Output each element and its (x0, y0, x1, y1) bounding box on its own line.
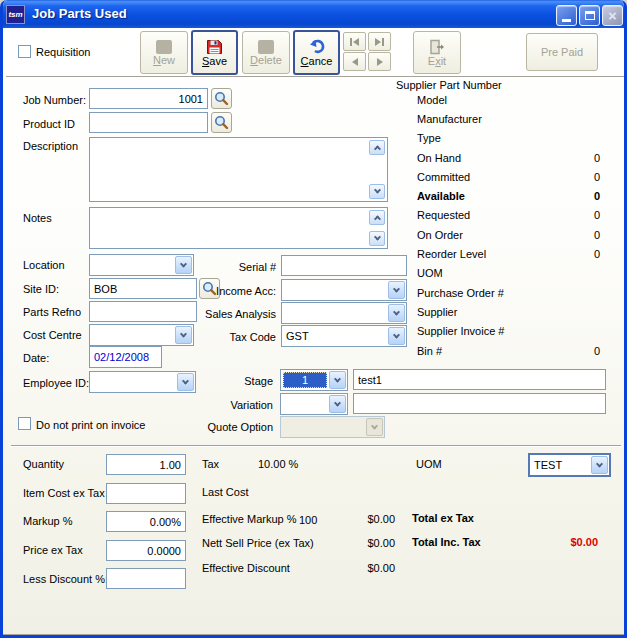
effective-markup-amount: $0.00 (351, 513, 395, 525)
toolbar-separator (6, 76, 624, 78)
serial-input[interactable] (281, 255, 407, 276)
prepaid-button-label: Pre Paid (541, 47, 583, 58)
close-button[interactable]: × (602, 5, 623, 26)
tax-code-combo[interactable]: GST (281, 325, 407, 347)
stage-combo-arrow[interactable] (329, 371, 346, 389)
markup-input[interactable] (106, 511, 186, 532)
uom-combo-arrow[interactable] (591, 456, 608, 474)
product-id-search-button[interactable] (211, 112, 232, 133)
info-row-uom: UOM (417, 264, 600, 283)
nav-previous-button[interactable] (343, 52, 366, 71)
chevron-down-icon (373, 187, 380, 194)
maximize-button[interactable] (579, 5, 600, 26)
save-button[interactable]: Save (191, 30, 238, 75)
last-cost-label: Last Cost (202, 486, 248, 498)
tax-code-combo-arrow[interactable] (388, 327, 405, 345)
variation-label: Variation (193, 399, 273, 411)
less-discount-input[interactable] (106, 568, 186, 589)
info-row-available: Available0 (417, 186, 600, 205)
date-input[interactable] (89, 346, 162, 368)
minimize-button[interactable] (556, 5, 577, 26)
info-row-requested: Requested0 (417, 206, 600, 225)
site-id-input[interactable] (89, 278, 197, 299)
employee-id-combo-arrow[interactable] (177, 373, 194, 391)
do-not-print-checkbox[interactable] (18, 417, 31, 430)
chevron-down-icon (371, 422, 378, 429)
nett-sell-label: Nett Sell Price (ex Tax) (202, 537, 314, 549)
window-title: Job Parts Used (32, 6, 127, 21)
job-parts-used-window: tsm Job Parts Used × Requisition New Sav… (0, 0, 627, 638)
info-row-model: Model (417, 90, 600, 109)
chevron-up-icon (373, 215, 380, 222)
income-acc-combo[interactable] (281, 279, 407, 301)
notes-scroll-up-button[interactable] (369, 210, 385, 225)
serial-label: Serial # (183, 261, 276, 273)
exit-door-icon (428, 39, 446, 55)
parts-refno-input[interactable] (89, 301, 197, 322)
income-acc-label: Income Acc: (183, 285, 276, 297)
info-row-supplier: Supplier (417, 302, 600, 321)
minimize-icon (562, 19, 571, 22)
save-icon (206, 39, 223, 55)
search-icon (214, 91, 229, 106)
parts-refno-label: Parts Refno (23, 306, 81, 318)
variation-combo[interactable] (280, 393, 348, 415)
requisition-label: Requisition (36, 46, 90, 58)
nav-next-button[interactable] (368, 52, 391, 71)
cost-centre-combo[interactable] (89, 324, 194, 346)
variation-combo-arrow[interactable] (329, 395, 346, 413)
stage-combo[interactable]: 1 (280, 369, 348, 391)
nav-last-icon (375, 38, 381, 46)
info-row-manufacturer: Manufacturer (417, 109, 600, 128)
close-icon: × (608, 8, 617, 23)
cancel-button[interactable]: Cance (293, 30, 340, 75)
notes-textarea[interactable] (90, 208, 387, 248)
sales-analysis-combo[interactable] (281, 302, 407, 324)
nav-first-button[interactable] (343, 32, 366, 51)
quantity-input[interactable] (106, 454, 186, 475)
employee-id-combo[interactable] (89, 371, 196, 393)
delete-icon (258, 40, 274, 54)
requisition-checkbox[interactable] (18, 45, 31, 58)
stage-selected-value: 1 (283, 372, 327, 388)
location-combo[interactable] (89, 254, 194, 276)
sales-analysis-combo-arrow[interactable] (388, 304, 405, 322)
nav-last-button[interactable] (368, 32, 391, 51)
less-discount-label: Less Discount %: (23, 573, 108, 585)
tax-code-label: Tax Code (183, 331, 276, 343)
income-acc-combo-arrow[interactable] (388, 281, 405, 299)
price-ex-tax-input[interactable] (106, 540, 186, 561)
chevron-down-icon (393, 308, 400, 315)
variation-description-input[interactable] (353, 393, 606, 414)
product-id-input[interactable] (89, 112, 208, 133)
effective-discount-amount: $0.00 (351, 562, 395, 574)
uom-label: UOM (416, 458, 442, 470)
employee-id-label: Employee ID: (23, 377, 89, 389)
description-scroll-up-button[interactable] (369, 140, 385, 155)
job-number-search-button[interactable] (211, 88, 232, 109)
uom-combo[interactable]: TEST (528, 453, 611, 477)
chevron-up-icon (373, 145, 380, 152)
description-textarea[interactable] (90, 138, 387, 201)
info-row-on-hand: On Hand0 (417, 148, 600, 167)
quote-option-combo-arrow (366, 418, 383, 436)
delete-button[interactable]: Delete (242, 31, 290, 74)
new-button-label: New (153, 55, 175, 66)
new-button[interactable]: New (140, 31, 188, 74)
notes-scroll-down-button[interactable] (369, 231, 385, 246)
quote-option-label: Quote Option (193, 421, 273, 433)
job-number-input[interactable] (89, 88, 208, 109)
info-row-purchase-order: Purchase Order # (417, 283, 600, 302)
exit-button[interactable]: Exit (413, 31, 461, 74)
app-icon-text: tsm (8, 10, 22, 19)
chevron-down-icon (393, 331, 400, 338)
info-row-committed: Committed0 (417, 167, 600, 186)
prepaid-button[interactable]: Pre Paid (526, 33, 598, 71)
titlebar[interactable]: tsm Job Parts Used × (0, 0, 627, 28)
item-cost-input[interactable] (106, 483, 186, 504)
chevron-down-icon (373, 234, 380, 241)
stage-description-input[interactable] (353, 369, 606, 390)
description-scroll-down-button[interactable] (369, 184, 385, 199)
do-not-print-label: Do not print on invoice (36, 419, 145, 431)
cost-centre-label: Cost Centre (23, 329, 82, 341)
